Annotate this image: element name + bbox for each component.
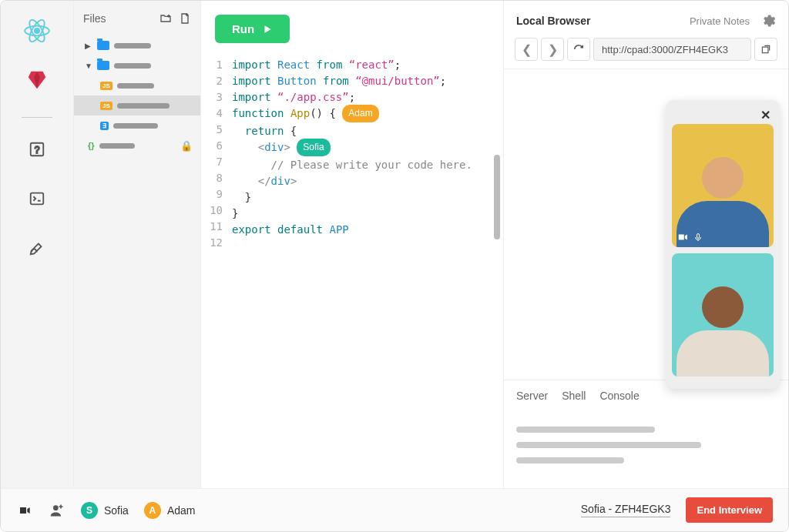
browser-title: Local Browser [516, 15, 590, 27]
css-file-icon: ∃ [100, 122, 109, 130]
file-tree: ▶ ▼ JS JS ∃ [74, 35, 200, 156]
react-icon[interactable] [21, 15, 53, 47]
files-panel: Files ▶ ▼ JS [74, 1, 201, 488]
session-label[interactable]: Sofia - ZFH4EGK3 [581, 503, 671, 517]
avatar: A [144, 502, 161, 519]
tab-server[interactable]: Server [516, 390, 548, 402]
icon-rail: ? [1, 1, 74, 488]
mic-icon[interactable] [693, 232, 703, 243]
participant-name: Sofia [104, 504, 129, 517]
terminal-icon[interactable] [21, 182, 53, 215]
participant-name: Adam [167, 504, 196, 517]
reload-button[interactable] [567, 38, 590, 61]
private-notes-link[interactable]: Private Notes [690, 15, 750, 27]
chevron-down-icon: ▼ [85, 62, 92, 70]
add-user-icon[interactable] [49, 503, 65, 518]
code-lines[interactable]: import React from “react”; import Button… [232, 57, 472, 254]
file-name-placeholder [117, 83, 154, 89]
end-interview-button[interactable]: End Interview [686, 497, 773, 523]
forward-button[interactable]: ❯ [541, 38, 564, 61]
avatar: S [81, 502, 98, 519]
participant[interactable]: A Adam [144, 502, 196, 519]
footer-bar: S Sofia A Adam Sofia - ZFH4EGK3 End Inte… [1, 488, 788, 531]
line-gutter: 123456789101112 [201, 57, 232, 254]
video-tile[interactable] [672, 124, 774, 247]
svg-rect-6 [31, 193, 44, 205]
run-button[interactable]: Run [215, 15, 290, 43]
new-file-icon[interactable] [179, 12, 191, 25]
tree-folder[interactable]: ▼ [74, 55, 200, 75]
ruby-icon[interactable] [21, 64, 53, 96]
popout-button[interactable] [754, 38, 777, 61]
video-call-card[interactable]: ✕ [666, 100, 780, 389]
js-file-icon: JS [100, 102, 112, 110]
help-icon[interactable]: ? [21, 133, 53, 166]
file-name-placeholder [114, 43, 151, 49]
file-name-placeholder [99, 143, 135, 149]
new-folder-icon[interactable] [159, 12, 173, 25]
svg-point-0 [35, 28, 39, 33]
play-icon [262, 24, 273, 35]
js-file-icon: JS [100, 82, 112, 90]
url-bar[interactable]: http://cpad:3000/ZFH4EGK3 [593, 38, 751, 61]
file-name-placeholder [114, 63, 151, 69]
chevron-right-icon: ▶ [85, 42, 92, 50]
gear-icon[interactable] [760, 13, 776, 28]
tab-console[interactable]: Console [599, 390, 639, 402]
browser-panel: Local Browser Private Notes ❮ ❯ http://c… [503, 1, 788, 488]
close-icon[interactable]: ✕ [672, 106, 774, 124]
run-button-label: Run [232, 22, 254, 35]
svg-text:?: ? [35, 145, 40, 156]
json-file-icon: {} [88, 141, 95, 150]
rail-divider [22, 117, 52, 118]
camera-icon[interactable] [677, 232, 689, 243]
tree-file[interactable]: JS [74, 95, 200, 115]
tab-shell[interactable]: Shell [562, 390, 586, 402]
files-title: Files [83, 12, 106, 25]
lock-icon: 🔒 [180, 140, 193, 152]
tree-file[interactable]: JS [74, 75, 200, 95]
camera-icon[interactable] [16, 504, 33, 517]
cursor-sofia: Sofia [297, 139, 330, 156]
back-button[interactable]: ❮ [515, 38, 538, 61]
tree-file[interactable]: {} 🔒 [74, 136, 200, 156]
svg-rect-8 [697, 234, 700, 239]
file-name-placeholder [113, 123, 158, 129]
folder-icon [97, 61, 109, 70]
video-tile[interactable] [672, 253, 774, 376]
participant[interactable]: S Sofia [81, 502, 129, 519]
draw-icon[interactable] [21, 232, 53, 264]
scrollbar-thumb[interactable] [494, 155, 500, 239]
file-name-placeholder [117, 103, 170, 109]
tree-file[interactable]: ∃ [74, 115, 200, 136]
svg-point-9 [53, 505, 59, 510]
tree-folder[interactable]: ▶ [74, 35, 200, 55]
code-editor[interactable]: Run 123456789101112 import React from “r… [201, 1, 503, 488]
folder-icon [97, 41, 109, 50]
console-output [504, 411, 788, 488]
cursor-adam: Adam [342, 105, 378, 122]
svg-rect-7 [762, 47, 768, 53]
